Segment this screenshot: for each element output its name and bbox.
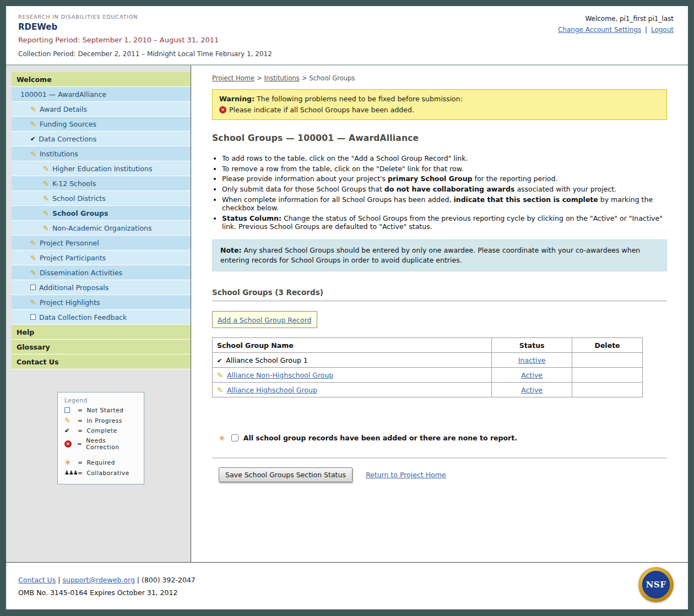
page: RESEARCH IN DISABILITIES EDUCATION RDEWe…	[6, 6, 688, 609]
note-text: Any shared School Groups should be enter…	[220, 246, 640, 264]
sidebar-item-label: Welcome	[17, 75, 52, 84]
pencil-icon: ✎	[43, 195, 49, 202]
footer-phone: (800) 392-2047	[142, 576, 196, 584]
legend-title: Legend	[64, 397, 138, 404]
sidebar-item-project-personnel[interactable]: ✎Project Personnel	[12, 236, 191, 250]
instruction-item: To remove a row from the table, click on…	[222, 165, 667, 173]
pencil-icon: ✎	[43, 180, 49, 187]
sidebar-item-school-districts[interactable]: ✎School Districts	[12, 191, 191, 206]
pencil-icon: ✎	[30, 121, 36, 128]
collection-period: Collection Period: December 2, 2011 – Mi…	[18, 50, 272, 58]
sidebar-item-project-participants[interactable]: ✎Project Participants	[12, 250, 191, 265]
footer-contact-link[interactable]: Contact Us	[18, 576, 56, 584]
sidebar-item-label: Institutions	[40, 150, 78, 158]
sidebar-nav: Welcome100001 — AwardAlliance✎Award Deta…	[12, 72, 191, 369]
sidebar-item-contact-us[interactable]: Contact Us	[12, 355, 191, 369]
footer-separator-2: |	[137, 576, 139, 584]
section-complete-checkbox[interactable]	[231, 434, 238, 441]
sidebar-item-school-groups[interactable]: ✎School Groups	[12, 206, 191, 221]
status-link[interactable]: Inactive	[518, 356, 546, 364]
sidebar-item-data-collection-feedback[interactable]: Data Collection Feedback	[12, 310, 191, 325]
sidebar-item-glossary[interactable]: Glossary	[12, 340, 191, 355]
reporting-period: Reporting Period: September 1, 2010 – Au…	[18, 36, 272, 44]
pencil-icon: ✎	[30, 106, 36, 113]
nsf-logo: NSF	[638, 567, 674, 602]
instruction-item: Please provide information about your pr…	[222, 175, 667, 183]
check-icon: ✔	[64, 428, 70, 434]
sidebar-item-label: Data Collection Feedback	[39, 313, 127, 321]
legend-item-collaborative: ♟♟♟=Collaborative	[64, 470, 138, 476]
sidebar-item-data-corrections[interactable]: ✔Data Corrections	[12, 132, 191, 146]
sidebar-item-non-academic-organizations[interactable]: ✎Non-Academic Organizations	[12, 221, 191, 236]
record-name-cell: ✎Alliance Highschool Group	[213, 383, 492, 397]
pencil-icon: ✎	[217, 386, 223, 394]
add-record-link[interactable]: Add a School Group Record	[218, 316, 312, 324]
records-divider	[212, 300, 667, 302]
legend-label: Collaborative	[86, 470, 129, 476]
legend-equals: =	[78, 459, 83, 466]
delete-cell	[572, 353, 643, 368]
footer-omb: OMB No. 3145-0164 Expires October 31, 20…	[18, 588, 674, 597]
breadcrumb-project-home[interactable]: Project Home	[212, 74, 254, 82]
table-row: ✎Alliance Non-Highschool GroupActive	[213, 368, 643, 383]
sidebar-item-k-12-schools[interactable]: ✎K-12 Schools	[12, 176, 191, 191]
sidebar-item-label: Help	[17, 328, 34, 336]
sidebar-item-label: Dissemination Activities	[40, 269, 122, 277]
legend-label: Complete	[86, 427, 117, 434]
error-icon: ×	[219, 106, 226, 113]
sidebar-item-funding-sources[interactable]: ✎Funding Sources	[12, 117, 191, 132]
error-icon: ×	[64, 440, 72, 448]
sidebar-item-label: Award Details	[40, 105, 87, 113]
account-links: Change Account Settings | Logout	[558, 26, 674, 34]
record-name[interactable]: Alliance Highschool Group	[227, 386, 317, 394]
breadcrumb-separator: >	[257, 74, 262, 82]
return-to-project-home-link[interactable]: Return to Project Home	[366, 471, 446, 479]
instruction-item: Only submit data for those School Groups…	[222, 185, 667, 194]
footer-email-link[interactable]: support@rdeweb.org	[62, 576, 134, 584]
sidebar-item-additional-proposals[interactable]: Additional Proposals	[12, 280, 191, 295]
warning-header: Warning: The following problems need to …	[219, 95, 660, 103]
record-name: Alliance School Group 1	[226, 356, 308, 364]
pencil-icon: ✎	[30, 150, 36, 157]
sidebar-item-award-details[interactable]: ✎Award Details	[12, 102, 191, 117]
breadcrumb-institutions[interactable]: Institutions	[264, 74, 300, 82]
warning-item: ×Please indicate if all School Groups ha…	[219, 106, 660, 114]
add-record-box[interactable]: Add a School Group Record	[212, 311, 317, 328]
record-name[interactable]: Alliance Non-Highschool Group	[227, 371, 333, 379]
main-content: Project Home>Institutions>School Groups …	[191, 66, 688, 562]
change-account-settings-link[interactable]: Change Account Settings	[558, 26, 641, 34]
col-delete: Delete	[572, 338, 643, 353]
nsf-logo-text: NSF	[642, 571, 670, 598]
legend-equals: =	[78, 407, 83, 413]
legend-equals: =	[77, 440, 82, 447]
sidebar-item-project-highlights[interactable]: ✎Project Highlights	[12, 295, 191, 310]
status-link[interactable]: Active	[521, 371, 543, 379]
logout-link[interactable]: Logout	[651, 26, 674, 34]
status-link[interactable]: Active	[521, 386, 543, 394]
footer-separator-1: |	[58, 576, 60, 584]
sidebar-item-institutions[interactable]: ✎Institutions	[12, 146, 191, 161]
save-section-status-button[interactable]: Save School Groups Section Status	[219, 467, 353, 482]
header-link-separator: |	[645, 26, 647, 34]
required-icon: ✳	[219, 434, 225, 442]
sidebar-item-help[interactable]: Help	[12, 325, 191, 340]
sidebar-item-100001-awardalliance[interactable]: 100001 — AwardAlliance	[12, 87, 191, 102]
sidebar-item-welcome[interactable]: Welcome	[12, 72, 191, 87]
legend-item-required: ✳=Required	[64, 459, 138, 466]
warning-items: ×Please indicate if all School Groups ha…	[219, 106, 660, 114]
sidebar-item-label: Funding Sources	[40, 120, 96, 128]
pencil-icon: ✎	[30, 239, 36, 247]
pencil-icon: ✎	[30, 269, 36, 276]
table-row: ✔Alliance School Group 1Inactive	[213, 353, 643, 368]
header: RESEARCH IN DISABILITIES EDUCATION RDEWe…	[6, 6, 688, 66]
record-name-cell: ✎Alliance Non-Highschool Group	[213, 368, 492, 383]
table-header-row: School Group Name Status Delete	[213, 338, 643, 353]
col-school-group-name: School Group Name	[213, 338, 492, 353]
actions-divider	[212, 457, 667, 459]
sidebar-item-higher-education-institutions[interactable]: ✎Higher Education Institutions	[12, 161, 191, 176]
instruction-item: To add rows to the table, click on the "…	[222, 154, 667, 163]
record-status-cell: Active	[492, 383, 572, 397]
note-title: Note:	[220, 246, 242, 254]
warning-box: Warning: The following problems need to …	[212, 89, 667, 120]
sidebar-item-dissemination-activities[interactable]: ✎Dissemination Activities	[12, 265, 191, 280]
